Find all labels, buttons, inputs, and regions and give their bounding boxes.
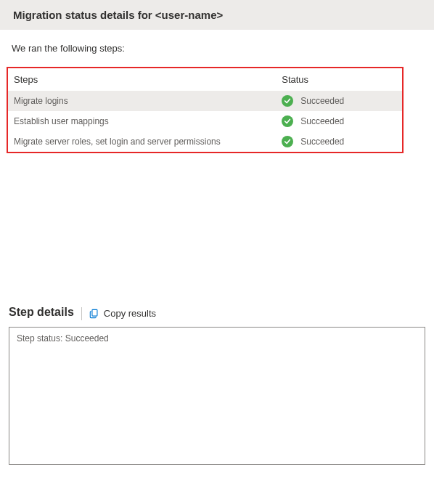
step-details-box: Step status: Succeeded	[9, 327, 425, 465]
status-cell-wrap: Succeeded	[276, 111, 402, 131]
page-header: Migration status details for <user-name>	[0, 0, 434, 30]
status-cell-wrap: Succeeded	[276, 131, 402, 152]
table-row[interactable]: Establish user mappings Succeeded	[8, 111, 402, 131]
success-check-icon	[282, 115, 293, 127]
step-details-header: Step details Copy results	[9, 306, 425, 321]
copy-results-label: Copy results	[104, 308, 156, 319]
vertical-divider	[81, 307, 82, 320]
status-label: Succeeded	[300, 116, 344, 126]
status-cell-wrap: Succeeded	[276, 91, 402, 111]
steps-panel: Steps Status Migrate logins Succeeded	[7, 67, 404, 153]
copy-results-button[interactable]: Copy results	[89, 308, 156, 319]
copy-icon	[89, 309, 99, 319]
success-check-icon	[282, 95, 293, 107]
table-row[interactable]: Migrate logins Succeeded	[8, 91, 402, 111]
step-cell: Migrate server roles, set login and serv…	[8, 131, 276, 152]
table-row[interactable]: Migrate server roles, set login and serv…	[8, 131, 402, 152]
column-header-steps: Steps	[8, 68, 276, 91]
step-details-title: Step details	[9, 306, 74, 321]
step-cell: Establish user mappings	[8, 111, 276, 131]
column-header-status: Status	[276, 68, 402, 91]
page-title: Migration status details for <user-name>	[13, 9, 223, 21]
step-cell: Migrate logins	[8, 91, 276, 111]
status-label: Succeeded	[300, 137, 344, 147]
step-status-text: Step status: Succeeded	[17, 333, 109, 344]
status-label: Succeeded	[300, 96, 344, 106]
steps-table: Steps Status Migrate logins Succeeded	[8, 68, 402, 152]
svg-rect-0	[92, 309, 97, 316]
intro-text: We ran the following steps:	[9, 43, 425, 54]
content-area: We ran the following steps: Steps Status…	[0, 30, 434, 153]
table-header-row: Steps Status	[8, 68, 402, 91]
success-check-icon	[282, 136, 293, 147]
step-details-section: Step details Copy results Step status: S…	[0, 306, 434, 465]
